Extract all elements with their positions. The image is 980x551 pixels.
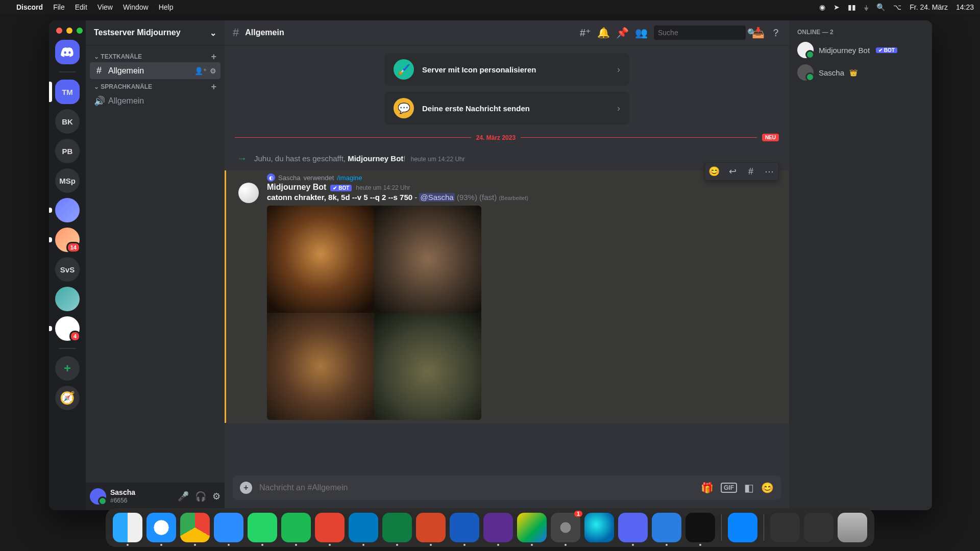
wifi-icon[interactable]: ⏚ xyxy=(864,3,868,11)
emoji-button[interactable]: 😊 xyxy=(761,482,774,494)
reply-context[interactable]: ◐ Sascha verwendet /imagine xyxy=(267,173,777,182)
menu-help[interactable]: Help xyxy=(159,3,174,11)
system-message-text: Juhu, du hast es geschafft, Midjourney B… xyxy=(254,154,465,163)
dock-trash[interactable] xyxy=(838,513,867,542)
menu-file[interactable]: File xyxy=(53,3,65,11)
image-quadrant-1[interactable] xyxy=(267,206,374,313)
window-zoom-button[interactable] xyxy=(77,28,83,34)
dock-mission-control-2[interactable] xyxy=(804,513,834,542)
onboard-personalize-card[interactable]: 🖌️ Server mit Icon personalisieren › xyxy=(384,53,629,86)
deafen-button[interactable]: 🎧 xyxy=(195,491,206,502)
add-server-button[interactable]: + xyxy=(55,356,80,381)
dock-google-drive[interactable] xyxy=(517,513,547,542)
voice-channel-allgemein[interactable]: 🔊 Allgemein xyxy=(90,92,220,110)
menu-view[interactable]: View xyxy=(97,3,113,11)
dock-quicktime[interactable] xyxy=(652,513,681,542)
text-channels-category[interactable]: ⌄ TEXTKANÄLE + xyxy=(90,49,220,62)
chevron-right-icon: › xyxy=(617,64,620,75)
add-channel-button[interactable]: + xyxy=(211,54,216,60)
server-pb[interactable]: PB xyxy=(55,139,80,163)
screenrec-icon[interactable]: ◉ xyxy=(819,3,825,11)
menubar-date[interactable]: Fr. 24. März xyxy=(910,3,948,11)
channel-settings-icon[interactable]: ⚙ xyxy=(210,67,216,75)
generated-image-grid[interactable] xyxy=(267,206,481,420)
window-minimize-button[interactable] xyxy=(66,28,72,34)
explore-servers-button[interactable]: 🧭 xyxy=(55,386,80,410)
dock-app-store[interactable] xyxy=(728,513,757,542)
voice-channels-category[interactable]: ⌄ SPRACHKANÄLE + xyxy=(90,79,220,92)
control-center-icon[interactable]: ⌥ xyxy=(893,3,901,11)
add-reaction-button[interactable]: 😊 xyxy=(705,163,723,180)
dock-excel[interactable] xyxy=(382,513,412,542)
image-quadrant-3[interactable] xyxy=(267,313,374,420)
menubar-time[interactable]: 14:23 xyxy=(956,3,974,11)
dock-chrome[interactable] xyxy=(180,513,210,542)
reply-button[interactable]: ↩ xyxy=(723,163,742,180)
dm-home-button[interactable] xyxy=(55,40,80,64)
menu-edit[interactable]: Edit xyxy=(75,3,87,11)
dock-voice-memos[interactable] xyxy=(685,513,715,542)
channel-search[interactable]: 🔍 xyxy=(654,26,746,40)
server-msp[interactable]: MSp xyxy=(55,168,80,193)
author-avatar[interactable] xyxy=(238,183,259,203)
gift-button[interactable]: 🎁 xyxy=(701,482,714,494)
server-icon-6[interactable]: 14 xyxy=(55,228,80,252)
server-unread-pill xyxy=(49,208,52,213)
inbox-icon[interactable]: 📥 xyxy=(752,27,765,39)
dock-finder[interactable] xyxy=(113,513,142,542)
notifications-icon[interactable]: 🔔 xyxy=(597,27,610,39)
dock-powerpoint[interactable] xyxy=(416,513,446,542)
image-quadrant-4[interactable] xyxy=(374,313,481,420)
server-icon-9[interactable]: 4 xyxy=(55,316,80,341)
dock-spotify[interactable] xyxy=(281,513,311,542)
threads-icon[interactable]: #⁺ xyxy=(580,27,591,39)
onboard-first-message-card[interactable]: 💬 Deine erste Nachricht senden › xyxy=(384,92,629,124)
message-input[interactable] xyxy=(259,483,694,492)
window-close-button[interactable] xyxy=(56,28,62,34)
dock-mission-control-1[interactable] xyxy=(770,513,800,542)
server-icon-5[interactable] xyxy=(55,198,80,222)
member-midjourney-bot[interactable]: Midjourney Bot ✔ BOT xyxy=(793,39,928,61)
more-actions-button[interactable]: ⋯ xyxy=(760,163,778,180)
message-author[interactable]: Midjourney Bot xyxy=(267,183,326,192)
server-header[interactable]: Testserver Midjourney ⌄ xyxy=(86,20,225,45)
dock-system-settings[interactable]: 1 xyxy=(551,513,580,542)
server-icon-8[interactable] xyxy=(55,287,80,311)
server-svs[interactable]: SvS xyxy=(55,257,80,282)
user-mention[interactable]: @Sascha xyxy=(419,193,454,202)
text-channel-allgemein[interactable]: # Allgemein 👤⁺ ⚙ xyxy=(90,62,220,79)
attach-button[interactable]: + xyxy=(240,482,252,494)
dock-word[interactable] xyxy=(450,513,479,542)
dock-siri[interactable] xyxy=(584,513,614,542)
add-channel-button[interactable]: + xyxy=(211,84,216,90)
dock-whatsapp[interactable] xyxy=(248,513,277,542)
dock-imovie[interactable] xyxy=(483,513,513,542)
gif-button[interactable]: GIF xyxy=(721,483,737,493)
sticker-button[interactable]: ◧ xyxy=(744,482,754,494)
dock-zoom[interactable] xyxy=(214,513,243,542)
dock-safari[interactable] xyxy=(146,513,176,542)
hash-icon: # xyxy=(94,65,104,76)
chat-scroll[interactable]: 🖌️ Server mit Icon personalisieren › 💬 D… xyxy=(225,45,789,475)
server-bk[interactable]: BK xyxy=(55,109,80,134)
image-quadrant-2[interactable] xyxy=(374,206,481,313)
dock-discord[interactable] xyxy=(618,513,648,542)
pinned-icon[interactable]: 📌 xyxy=(616,27,629,39)
members-toggle-icon[interactable]: 👥 xyxy=(635,27,648,39)
menu-app-name[interactable]: Discord xyxy=(16,3,43,11)
invite-people-icon[interactable]: 👤⁺ xyxy=(194,67,207,75)
create-thread-button[interactable]: # xyxy=(742,163,760,180)
dock-todoist[interactable] xyxy=(315,513,345,542)
self-avatar[interactable] xyxy=(90,488,106,505)
server-tm[interactable]: TM xyxy=(55,80,80,104)
battery-icon[interactable]: ▮▮ xyxy=(848,3,856,11)
user-settings-button[interactable]: ⚙ xyxy=(212,491,220,502)
location-icon[interactable]: ➤ xyxy=(834,3,840,11)
spotlight-icon[interactable]: 🔍 xyxy=(876,3,885,11)
mute-mic-button[interactable]: 🎤 xyxy=(178,491,189,502)
search-input[interactable] xyxy=(658,29,747,37)
help-icon[interactable]: ？ xyxy=(771,26,781,40)
menu-window[interactable]: Window xyxy=(123,3,149,11)
member-sascha[interactable]: Sascha 👑 xyxy=(793,61,928,84)
dock-trello[interactable] xyxy=(349,513,378,542)
